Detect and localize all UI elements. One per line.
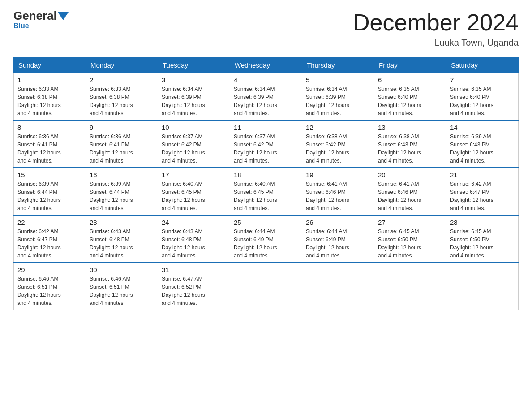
day-info: Sunrise: 6:33 AM Sunset: 6:38 PM Dayligh…	[17, 85, 82, 117]
daylight-label: Daylight: 12 hours	[306, 102, 349, 108]
daylight-extra: and 4 minutes.	[234, 110, 269, 116]
day-info: Sunrise: 6:38 AM Sunset: 6:42 PM Dayligh…	[306, 133, 370, 165]
daylight-extra: and 4 minutes.	[90, 158, 125, 164]
sunset-label: Sunset: 6:41 PM	[17, 141, 57, 148]
sunrise-label: Sunrise: 6:35 AM	[378, 86, 419, 92]
calendar-cell: 10 Sunrise: 6:37 AM Sunset: 6:42 PM Dayl…	[158, 120, 230, 168]
sunset-label: Sunset: 6:49 PM	[234, 236, 274, 243]
sunrise-label: Sunrise: 6:41 AM	[306, 181, 347, 187]
daylight-label: Daylight: 12 hours	[17, 150, 61, 156]
daylight-extra: and 4 minutes.	[234, 253, 269, 259]
calendar-cell: 18 Sunrise: 6:40 AM Sunset: 6:45 PM Dayl…	[230, 168, 302, 215]
sunset-label: Sunset: 6:38 PM	[17, 94, 57, 100]
sunrise-label: Sunrise: 6:38 AM	[306, 133, 347, 140]
sunset-label: Sunset: 6:39 PM	[306, 94, 346, 100]
daylight-label: Daylight: 12 hours	[90, 150, 133, 156]
sunset-label: Sunset: 6:50 PM	[378, 236, 418, 243]
calendar-cell: 19 Sunrise: 6:41 AM Sunset: 6:46 PM Dayl…	[302, 168, 374, 215]
sunset-label: Sunset: 6:42 PM	[306, 141, 346, 148]
daylight-extra: and 4 minutes.	[306, 205, 341, 211]
sunrise-label: Sunrise: 6:46 AM	[90, 276, 130, 282]
calendar-cell: 31 Sunrise: 6:47 AM Sunset: 6:52 PM Dayl…	[158, 263, 230, 310]
daylight-extra: and 4 minutes.	[378, 110, 413, 116]
daylight-label: Daylight: 12 hours	[378, 197, 421, 203]
day-number: 25	[234, 218, 298, 226]
daylight-label: Daylight: 12 hours	[234, 197, 277, 203]
calendar-cell: 8 Sunrise: 6:36 AM Sunset: 6:41 PM Dayli…	[14, 120, 86, 168]
daylight-extra: and 4 minutes.	[162, 158, 197, 164]
day-info: Sunrise: 6:40 AM Sunset: 6:45 PM Dayligh…	[162, 180, 226, 212]
sunrise-label: Sunrise: 6:36 AM	[17, 133, 58, 140]
daylight-extra: and 4 minutes.	[378, 205, 413, 211]
day-number: 2	[90, 76, 154, 84]
day-info: Sunrise: 6:40 AM Sunset: 6:45 PM Dayligh…	[234, 180, 298, 212]
day-info: Sunrise: 6:39 AM Sunset: 6:43 PM Dayligh…	[450, 133, 515, 165]
calendar-cell: 16 Sunrise: 6:39 AM Sunset: 6:44 PM Dayl…	[86, 168, 158, 215]
sunrise-label: Sunrise: 6:39 AM	[450, 133, 491, 140]
day-number: 7	[450, 76, 515, 84]
sunrise-label: Sunrise: 6:44 AM	[306, 228, 347, 235]
sunset-label: Sunset: 6:49 PM	[306, 236, 346, 243]
day-number: 31	[162, 266, 226, 274]
day-number: 29	[17, 266, 82, 274]
daylight-label: Daylight: 12 hours	[450, 150, 493, 156]
daylight-label: Daylight: 12 hours	[17, 102, 61, 108]
daylight-label: Daylight: 12 hours	[90, 102, 133, 108]
day-info: Sunrise: 6:44 AM Sunset: 6:49 PM Dayligh…	[306, 227, 370, 260]
calendar-cell	[374, 263, 446, 310]
daylight-extra: and 4 minutes.	[90, 205, 125, 211]
day-number: 15	[17, 171, 82, 179]
day-info: Sunrise: 6:42 AM Sunset: 6:47 PM Dayligh…	[450, 180, 515, 212]
day-number: 8	[17, 124, 82, 131]
daylight-label: Daylight: 12 hours	[162, 102, 205, 108]
daylight-extra: and 4 minutes.	[378, 253, 413, 259]
day-number: 23	[90, 218, 154, 226]
day-number: 28	[450, 218, 515, 226]
daylight-label: Daylight: 12 hours	[162, 292, 205, 298]
daylight-extra: and 4 minutes.	[17, 300, 53, 306]
sunset-label: Sunset: 6:39 PM	[234, 94, 274, 100]
calendar-cell: 22 Sunrise: 6:42 AM Sunset: 6:47 PM Dayl…	[14, 215, 86, 263]
calendar-cell: 6 Sunrise: 6:35 AM Sunset: 6:40 PM Dayli…	[374, 73, 446, 120]
page-header: General Blue December 2024 Luuka Town, U…	[13, 9, 519, 48]
sunrise-label: Sunrise: 6:45 AM	[378, 228, 419, 235]
calendar-cell: 25 Sunrise: 6:44 AM Sunset: 6:49 PM Dayl…	[230, 215, 302, 263]
sunset-label: Sunset: 6:46 PM	[306, 189, 346, 195]
calendar-cell: 15 Sunrise: 6:39 AM Sunset: 6:44 PM Dayl…	[14, 168, 86, 215]
sunset-label: Sunset: 6:52 PM	[162, 284, 202, 290]
sunset-label: Sunset: 6:40 PM	[378, 94, 418, 100]
daylight-label: Daylight: 12 hours	[90, 292, 133, 298]
sunrise-label: Sunrise: 6:34 AM	[306, 86, 347, 92]
sunrise-label: Sunrise: 6:37 AM	[162, 133, 202, 140]
daylight-label: Daylight: 12 hours	[90, 244, 133, 251]
sunrise-label: Sunrise: 6:43 AM	[162, 228, 202, 235]
day-number: 17	[162, 171, 226, 179]
calendar-cell: 27 Sunrise: 6:45 AM Sunset: 6:50 PM Dayl…	[374, 215, 446, 263]
calendar-cell: 24 Sunrise: 6:43 AM Sunset: 6:48 PM Dayl…	[158, 215, 230, 263]
day-info: Sunrise: 6:34 AM Sunset: 6:39 PM Dayligh…	[306, 85, 370, 117]
daylight-label: Daylight: 12 hours	[378, 102, 421, 108]
daylight-label: Daylight: 12 hours	[234, 102, 277, 108]
daylight-label: Daylight: 12 hours	[162, 150, 205, 156]
day-info: Sunrise: 6:34 AM Sunset: 6:39 PM Dayligh…	[162, 85, 226, 117]
day-number: 26	[306, 218, 370, 226]
daylight-extra: and 4 minutes.	[90, 300, 125, 306]
sunset-label: Sunset: 6:48 PM	[90, 236, 129, 243]
sunrise-label: Sunrise: 6:46 AM	[17, 276, 58, 282]
day-number: 30	[90, 266, 154, 274]
day-number: 1	[17, 76, 82, 84]
day-info: Sunrise: 6:39 AM Sunset: 6:44 PM Dayligh…	[90, 180, 154, 212]
calendar-cell: 1 Sunrise: 6:33 AM Sunset: 6:38 PM Dayli…	[14, 73, 86, 120]
day-info: Sunrise: 6:35 AM Sunset: 6:40 PM Dayligh…	[450, 85, 515, 117]
day-info: Sunrise: 6:37 AM Sunset: 6:42 PM Dayligh…	[162, 133, 226, 165]
day-info: Sunrise: 6:46 AM Sunset: 6:51 PM Dayligh…	[17, 275, 82, 307]
sunset-label: Sunset: 6:43 PM	[450, 141, 490, 148]
calendar-cell: 21 Sunrise: 6:42 AM Sunset: 6:47 PM Dayl…	[446, 168, 519, 215]
calendar-cell	[230, 263, 302, 310]
day-number: 21	[450, 171, 515, 179]
day-number: 16	[90, 171, 154, 179]
daylight-extra: and 4 minutes.	[378, 158, 413, 164]
calendar-cell	[302, 263, 374, 310]
sunrise-label: Sunrise: 6:38 AM	[378, 133, 419, 140]
daylight-extra: and 4 minutes.	[306, 158, 341, 164]
